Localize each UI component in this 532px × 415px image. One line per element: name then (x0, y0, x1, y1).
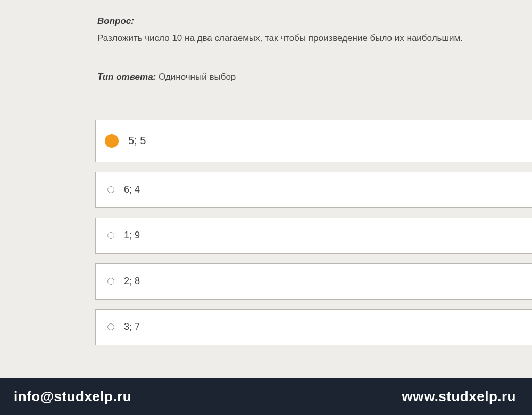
question-label: Вопрос: (97, 16, 519, 27)
option-label: 6; 4 (124, 184, 140, 195)
answer-type: Тип ответа: Одиночный выбор (97, 72, 519, 82)
footer-email: info@studxelp.ru (14, 388, 131, 405)
radio-empty-icon (107, 186, 114, 193)
option-label: 1; 9 (124, 230, 140, 241)
question-page: Вопрос: Разложить число 10 на два слагае… (84, 0, 532, 378)
option-label: 5; 5 (128, 135, 146, 147)
options-list: 5; 5 6; 4 1; 9 2; 8 3; 7 (84, 120, 532, 345)
answer-type-value: Одиночный выбор (159, 72, 236, 82)
answer-type-label: Тип ответа: (97, 72, 156, 82)
question-text: Разложить число 10 на два слагаемых, так… (97, 32, 519, 45)
option-2[interactable]: 6; 4 (95, 172, 532, 208)
radio-selected-icon (105, 134, 119, 148)
radio-empty-icon (107, 278, 114, 285)
option-4[interactable]: 2; 8 (95, 263, 532, 300)
option-1[interactable]: 5; 5 (95, 120, 532, 162)
radio-empty-icon (107, 232, 114, 239)
footer-bar: info@studxelp.ru www.studxelp.ru (0, 378, 532, 415)
option-3[interactable]: 1; 9 (95, 218, 532, 254)
option-label: 2; 8 (124, 276, 140, 287)
question-block: Вопрос: Разложить число 10 на два слагае… (84, 0, 532, 82)
radio-empty-icon (107, 323, 114, 330)
option-label: 3; 7 (124, 321, 140, 333)
option-5[interactable]: 3; 7 (95, 309, 532, 345)
footer-site: www.studxelp.ru (402, 388, 516, 405)
